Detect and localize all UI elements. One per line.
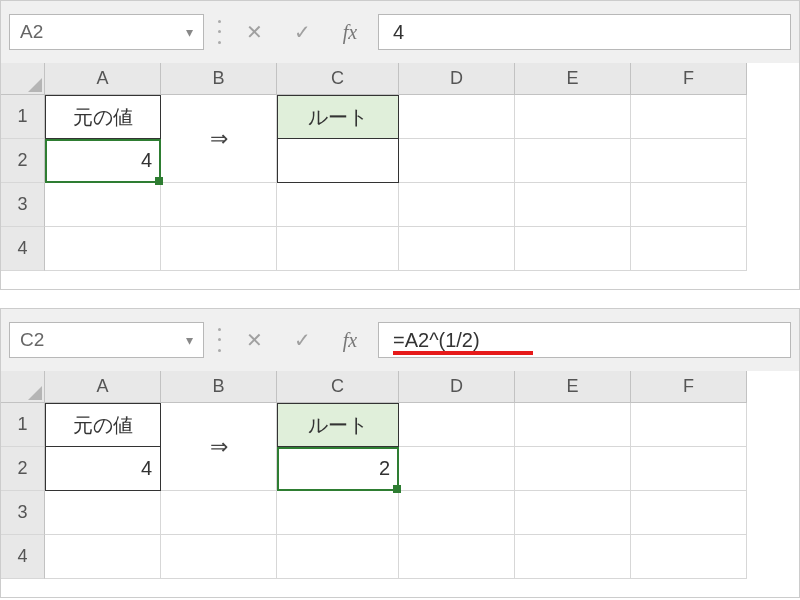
grid: A B C D E F 1 元の値 ⇒ ルート 2 4 3 <box>1 63 799 271</box>
grid: A B C D E F 1 元の値 ⇒ ルート 2 4 2 3 <box>1 371 799 579</box>
enter-button[interactable]: ✓ <box>282 14 322 50</box>
cell-B3[interactable] <box>161 183 277 227</box>
cell-C3[interactable] <box>277 491 399 535</box>
row-header-3[interactable]: 3 <box>1 491 45 535</box>
insert-function-button[interactable]: fx <box>330 322 370 358</box>
cell-A4[interactable] <box>45 535 161 579</box>
formula-bar-divider <box>218 324 220 356</box>
cell-B4[interactable] <box>161 535 277 579</box>
row-header-2[interactable]: 2 <box>1 139 45 183</box>
cell-F4[interactable] <box>631 535 747 579</box>
formula-bar: C2 ▾ ✕ ✓ fx =A2^(1/2) <box>1 309 799 371</box>
cell-F3[interactable] <box>631 183 747 227</box>
row-header-1[interactable]: 1 <box>1 95 45 139</box>
insert-function-button[interactable]: fx <box>330 14 370 50</box>
col-header-F[interactable]: F <box>631 63 747 95</box>
cell-C1[interactable]: ルート <box>277 95 399 139</box>
cell-E2[interactable] <box>515 447 631 491</box>
check-icon: ✓ <box>294 328 311 352</box>
cell-F2[interactable] <box>631 447 747 491</box>
formula-input-value: =A2^(1/2) <box>393 329 480 352</box>
col-header-A[interactable]: A <box>45 371 161 403</box>
name-box[interactable]: A2 ▾ <box>9 14 204 50</box>
cell-E3[interactable] <box>515 183 631 227</box>
cell-C4[interactable] <box>277 227 399 271</box>
select-all-corner[interactable] <box>1 63 45 95</box>
arrow-icon: ⇒ <box>210 434 228 460</box>
name-box[interactable]: C2 ▾ <box>9 322 204 358</box>
cell-E1[interactable] <box>515 403 631 447</box>
col-header-A[interactable]: A <box>45 63 161 95</box>
row-header-1[interactable]: 1 <box>1 403 45 447</box>
cell-B1[interactable]: ⇒ <box>161 95 277 183</box>
cell-D4[interactable] <box>399 227 515 271</box>
col-header-D[interactable]: D <box>399 371 515 403</box>
formula-input[interactable]: 4 <box>378 14 791 50</box>
cell-D2[interactable] <box>399 447 515 491</box>
cell-A1[interactable]: 元の値 <box>45 95 161 139</box>
row-header-3[interactable]: 3 <box>1 183 45 227</box>
name-box-dropdown-icon[interactable]: ▾ <box>186 24 193 40</box>
row-header-4[interactable]: 4 <box>1 227 45 271</box>
formula-highlight-underline <box>393 351 533 355</box>
cell-E1[interactable] <box>515 95 631 139</box>
cell-D2[interactable] <box>399 139 515 183</box>
cell-C4[interactable] <box>277 535 399 579</box>
cell-E4[interactable] <box>515 535 631 579</box>
cell-D4[interactable] <box>399 535 515 579</box>
formula-bar-divider <box>218 16 220 48</box>
cell-E2[interactable] <box>515 139 631 183</box>
col-header-C[interactable]: C <box>277 371 399 403</box>
name-box-dropdown-icon[interactable]: ▾ <box>186 332 193 348</box>
cell-E4[interactable] <box>515 227 631 271</box>
cell-F1[interactable] <box>631 403 747 447</box>
cell-F1[interactable] <box>631 95 747 139</box>
cell-B4[interactable] <box>161 227 277 271</box>
cell-F2[interactable] <box>631 139 747 183</box>
excel-after-panel: C2 ▾ ✕ ✓ fx =A2^(1/2) A B C D E F 1 元の値 … <box>0 308 800 598</box>
cell-C2[interactable]: 2 <box>277 447 399 491</box>
cell-E3[interactable] <box>515 491 631 535</box>
cell-F3[interactable] <box>631 491 747 535</box>
formula-input[interactable]: =A2^(1/2) <box>378 322 791 358</box>
name-box-value: A2 <box>20 21 186 43</box>
check-icon: ✓ <box>294 20 311 44</box>
cancel-button[interactable]: ✕ <box>234 14 274 50</box>
col-header-D[interactable]: D <box>399 63 515 95</box>
cell-A4[interactable] <box>45 227 161 271</box>
cancel-button[interactable]: ✕ <box>234 322 274 358</box>
col-header-B[interactable]: B <box>161 63 277 95</box>
cancel-icon: ✕ <box>246 20 263 44</box>
excel-before-panel: A2 ▾ ✕ ✓ fx 4 A B C D E F 1 元の値 ⇒ ルート <box>0 0 800 290</box>
cell-C2[interactable] <box>277 139 399 183</box>
formula-bar: A2 ▾ ✕ ✓ fx 4 <box>1 1 799 63</box>
cell-D3[interactable] <box>399 491 515 535</box>
formula-input-value: 4 <box>393 21 404 44</box>
enter-button[interactable]: ✓ <box>282 322 322 358</box>
cell-A1[interactable]: 元の値 <box>45 403 161 447</box>
cell-A2[interactable]: 4 <box>45 139 161 183</box>
cell-C1[interactable]: ルート <box>277 403 399 447</box>
col-header-F[interactable]: F <box>631 371 747 403</box>
row-header-2[interactable]: 2 <box>1 447 45 491</box>
arrow-icon: ⇒ <box>210 126 228 152</box>
col-header-E[interactable]: E <box>515 371 631 403</box>
cell-B1[interactable]: ⇒ <box>161 403 277 491</box>
cell-F4[interactable] <box>631 227 747 271</box>
cell-C3[interactable] <box>277 183 399 227</box>
cell-D1[interactable] <box>399 403 515 447</box>
col-header-E[interactable]: E <box>515 63 631 95</box>
fx-icon: fx <box>343 329 357 352</box>
grid-area: A B C D E F 1 元の値 ⇒ ルート 2 4 3 <box>1 63 799 289</box>
col-header-C[interactable]: C <box>277 63 399 95</box>
cell-A3[interactable] <box>45 491 161 535</box>
row-header-4[interactable]: 4 <box>1 535 45 579</box>
cell-D1[interactable] <box>399 95 515 139</box>
cancel-icon: ✕ <box>246 328 263 352</box>
col-header-B[interactable]: B <box>161 371 277 403</box>
select-all-corner[interactable] <box>1 371 45 403</box>
cell-A2[interactable]: 4 <box>45 447 161 491</box>
cell-A3[interactable] <box>45 183 161 227</box>
cell-B3[interactable] <box>161 491 277 535</box>
cell-D3[interactable] <box>399 183 515 227</box>
